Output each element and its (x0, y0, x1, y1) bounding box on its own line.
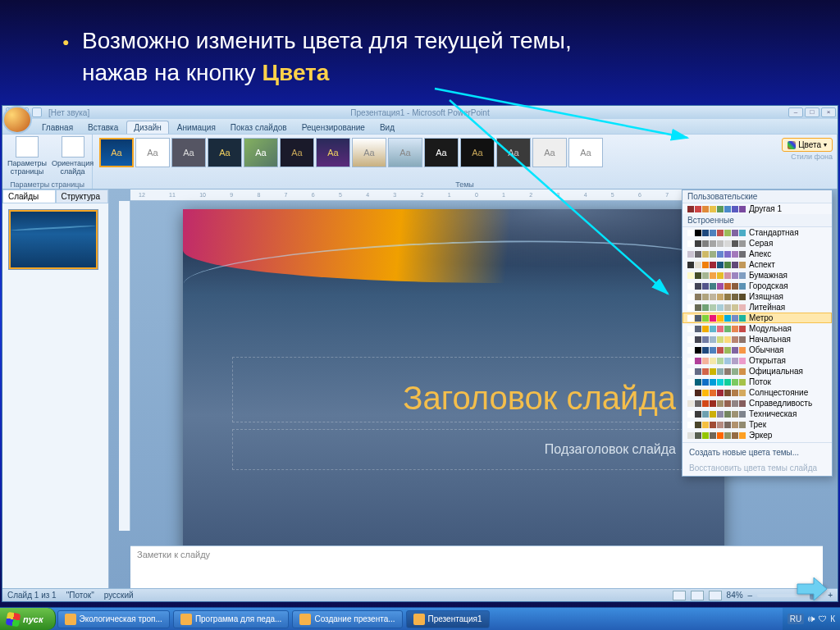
color-scheme-Серая[interactable]: Серая (682, 238, 832, 249)
color-scheme-Литейная[interactable]: Литейная (682, 302, 832, 313)
title-placeholder[interactable]: Заголовок слайда (232, 357, 692, 422)
system-tray[interactable]: RU 🕪 🛡 К (783, 608, 840, 630)
status-bar: Слайд 1 из 1 "Поток" русский 84% – + (2, 588, 838, 601)
theme-thumb[interactable]: Aa (424, 138, 459, 167)
theme-thumb[interactable]: Aa (171, 138, 206, 167)
color-scheme-Другая 1[interactable]: Другая 1 (682, 203, 832, 214)
taskbar-item-icon (180, 614, 192, 625)
minimize-button[interactable]: – (788, 107, 803, 117)
color-scheme-Апекс[interactable]: Апекс (682, 249, 832, 259)
theme-thumb[interactable]: Aa (208, 138, 242, 167)
color-scheme-Справедливость[interactable]: Справедливость (682, 398, 832, 409)
group-themes: AaAaAaAaAaAaAaAaAaAaAaAaAaAa Темы (93, 135, 838, 189)
tab-вставка[interactable]: Вставка (81, 121, 125, 134)
zoom-out-button[interactable]: – (748, 591, 753, 600)
color-scheme-Трек[interactable]: Трек (682, 419, 832, 430)
color-scheme-Техническая[interactable]: Техническая (682, 409, 832, 419)
view-show-button[interactable] (709, 591, 722, 600)
theme-thumb[interactable]: Aa (280, 138, 314, 167)
page-params-button[interactable]: Параметры страницы (7, 136, 47, 176)
maximize-button[interactable]: □ (805, 107, 819, 117)
chevron-down-icon: ▾ (824, 141, 827, 148)
reset-theme-colors: Восстановить цвета темы слайда (682, 460, 832, 476)
close-button[interactable]: × (821, 107, 836, 117)
slides-pane: Слайды Структура 1 (2, 189, 109, 588)
office-button[interactable] (2, 106, 32, 134)
theme-gallery[interactable]: AaAaAaAaAaAaAaAaAaAaAaAaAaAa (98, 136, 832, 169)
tab-главная[interactable]: Главная (35, 121, 80, 134)
taskbar-item[interactable]: Презентация1 (406, 610, 490, 628)
color-scheme-Обычная[interactable]: Обычная (682, 345, 832, 355)
theme-thumb[interactable]: Aa (496, 138, 531, 167)
start-button[interactable]: пуск (0, 608, 56, 630)
color-scheme-Изящная[interactable]: Изящная (682, 291, 832, 302)
color-scheme-Начальная[interactable]: Начальная (682, 334, 832, 345)
next-slide-arrow[interactable] (796, 576, 829, 602)
subtitle-placeholder[interactable]: Подзаголовок слайда (232, 429, 692, 470)
color-scheme-Открытая[interactable]: Открытая (682, 355, 832, 366)
group-label-themes: Темы (93, 180, 837, 189)
tray-clock[interactable]: К (830, 614, 835, 623)
color-scheme-Метро[interactable]: Метро (682, 313, 832, 323)
colors-dropdown: ПользовательскиеДругая 1ВстроенныеСтанда… (682, 189, 833, 477)
create-theme-colors[interactable]: Создать новые цвета темы... (682, 445, 832, 460)
group-label-page-setup: Параметры страницы (2, 180, 92, 189)
color-scheme-Городская[interactable]: Городская (682, 281, 832, 291)
color-scheme-Поток[interactable]: Поток (682, 377, 832, 387)
tab-outline[interactable]: Структура (56, 189, 109, 203)
ruler-vertical (119, 201, 130, 531)
color-scheme-Бумажная[interactable]: Бумажная (682, 270, 832, 281)
title-bar: [Нет звука] Презентация1 - Microsoft Pow… (2, 106, 838, 119)
taskbar-item[interactable]: Создание презента... (292, 610, 402, 628)
taskbar-item-icon (299, 614, 311, 625)
view-sorter-button[interactable] (691, 591, 704, 600)
taskbar-item[interactable]: Экологическая троп... (57, 610, 170, 628)
slide-subtitle-text: Подзаголовок слайда (545, 442, 676, 457)
ribbon: Параметры страницы Ориентация слайда Пар… (2, 134, 838, 189)
tab-slides[interactable]: Слайды (2, 189, 56, 203)
tab-дизайн[interactable]: Дизайн (126, 121, 169, 134)
dd-section-custom: Пользовательские (682, 190, 832, 203)
status-language[interactable]: русский (104, 591, 134, 600)
background-styles-button[interactable]: Стили фона (791, 153, 833, 161)
colors-button[interactable]: Цвета ▾ (782, 138, 833, 152)
theme-thumb[interactable]: Aa (388, 138, 422, 167)
slide[interactable]: Заголовок слайда Подзаголовок слайда (183, 209, 724, 554)
color-scheme-Стандартная[interactable]: Стандартная (682, 227, 832, 238)
tray-icon[interactable]: 🕪 (807, 614, 815, 623)
tray-icon[interactable]: 🛡 (819, 614, 827, 623)
color-scheme-Официальная[interactable]: Официальная (682, 366, 832, 377)
zoom-in-button[interactable]: + (828, 591, 833, 600)
color-scheme-Модульная[interactable]: Модульная (682, 323, 832, 334)
theme-thumb[interactable]: Aa (316, 138, 350, 167)
color-scheme-Эркер[interactable]: Эркер (682, 430, 832, 441)
theme-thumb[interactable]: Aa (135, 138, 170, 167)
editor-canvas: 1211109876543210123456789101112 Заголово… (109, 189, 838, 588)
tab-показ слайдов[interactable]: Показ слайдов (224, 121, 294, 134)
taskbar-item-icon (65, 614, 76, 625)
taskbar-item-icon (413, 614, 425, 625)
theme-thumb[interactable]: Aa (460, 138, 495, 167)
tab-анимация[interactable]: Анимация (171, 121, 222, 134)
theme-thumb[interactable]: Aa (99, 138, 134, 167)
taskbar-item[interactable]: Программа для педа... (173, 610, 290, 628)
color-scheme-Солнцестояние[interactable]: Солнцестояние (682, 387, 832, 398)
theme-thumb[interactable]: Aa (352, 138, 386, 167)
tab-рецензирование[interactable]: Рецензирование (295, 121, 372, 134)
tray-language[interactable]: RU (788, 614, 804, 624)
windows-flag-icon (6, 611, 21, 627)
theme-thumb[interactable]: Aa (532, 138, 567, 167)
theme-thumb[interactable]: Aa (568, 138, 603, 167)
view-normal-button[interactable] (673, 591, 686, 600)
color-scheme-Аспект[interactable]: Аспект (682, 259, 832, 270)
orientation-button[interactable]: Ориентация слайда (52, 136, 94, 176)
notes-pane[interactable]: Заметки к слайду (130, 546, 823, 588)
app-window: [Нет звука] Презентация1 - Microsoft Pow… (2, 105, 838, 602)
orientation-icon (62, 136, 84, 158)
tab-вид[interactable]: Вид (373, 121, 401, 134)
taskbar: пуск Экологическая троп...Программа для … (0, 607, 840, 630)
instruction-text: ● Возможно изменить цвета для текущей те… (82, 25, 791, 89)
slide-thumbnail[interactable] (9, 210, 98, 269)
dd-section-builtin: Встроенные (682, 214, 832, 227)
theme-thumb[interactable]: Aa (244, 138, 278, 167)
